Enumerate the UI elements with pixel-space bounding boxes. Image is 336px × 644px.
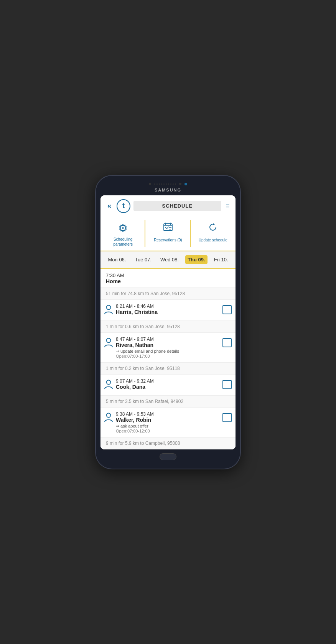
checkbox-3[interactable] xyxy=(222,380,232,389)
svg-point-10 xyxy=(107,413,111,417)
phone-device: SAMSUNG « t SCHEDULE ≡ ⚙ Schedulingparam… xyxy=(96,176,240,469)
appt-time-1: 8:21 AM - 8:46 AM xyxy=(116,304,219,309)
start-location: Home xyxy=(106,278,230,284)
svg-marker-6 xyxy=(213,223,215,225)
date-fri[interactable]: Fri 10. xyxy=(212,255,231,264)
app-header: « t SCHEDULE ≡ xyxy=(100,195,236,217)
appt-details-3: 9:07 AM - 9:32 AM Cook, Dana xyxy=(116,378,219,390)
camera-dot xyxy=(149,183,151,185)
date-tue[interactable]: Tue 07. xyxy=(132,255,154,264)
appt-open-2: Open:07:00-17:00 xyxy=(116,354,219,358)
appt-name-2: Rivera, Nathan xyxy=(116,342,219,348)
travel-text-3: 1 min for 0.2 km to San Jose, 95118 xyxy=(106,366,180,371)
date-selector: Mon 06. Tue 07. Wed 08. Thu 09. Fri 10. xyxy=(100,251,236,269)
date-thu[interactable]: Thu 09. xyxy=(185,255,208,264)
appointment-1[interactable]: 8:21 AM - 8:46 AM Harris, Christina xyxy=(100,300,236,321)
schedule-title[interactable]: SCHEDULE xyxy=(133,201,221,211)
home-button[interactable] xyxy=(160,453,176,460)
date-mon[interactable]: Mon 06. xyxy=(105,255,128,264)
scheduling-icon: ⚙ xyxy=(118,222,128,234)
appt-note-4: ⇒ ask about offer xyxy=(116,424,219,429)
appointment-2[interactable]: 8:47 AM - 9:07 AM Rivera, Nathan ⇒ updat… xyxy=(100,333,236,363)
nav-tabs: ⚙ Schedulingparameters Reservations (0) xyxy=(100,217,236,251)
travel-row-2: 1 min for 0.6 km to San Jose, 95128 xyxy=(100,321,236,333)
svg-point-7 xyxy=(107,305,111,309)
tab-scheduling[interactable]: ⚙ Schedulingparameters xyxy=(100,217,145,251)
travel-row-1: 51 min for 74.8 km to San Jose, 95128 xyxy=(100,288,236,300)
reservations-label: Reservations (0) xyxy=(154,238,182,243)
speaker-grille xyxy=(154,183,176,185)
appt-time-2: 8:47 AM - 9:07 AM xyxy=(116,337,219,342)
appointment-4[interactable]: 9:38 AM - 9:53 AM Walker, Robin ⇒ ask ab… xyxy=(100,408,236,438)
travel-row-4: 5 min for 3.5 km to San Rafael, 94902 xyxy=(100,396,236,408)
schedule-list: 7:30 AM Home 51 min for 74.8 km to San J… xyxy=(100,269,236,449)
date-row: Mon 06. Tue 07. Wed 08. Thu 09. Fri 10. xyxy=(104,255,232,264)
appt-time-3: 9:07 AM - 9:32 AM xyxy=(116,378,219,384)
person-icon-2 xyxy=(104,337,113,350)
brand-label: SAMSUNG xyxy=(100,188,236,192)
back-button[interactable]: « xyxy=(105,201,114,211)
appt-details-1: 8:21 AM - 8:46 AM Harris, Christina xyxy=(116,304,219,315)
svg-point-8 xyxy=(107,338,111,342)
camera2-dot xyxy=(184,183,187,185)
sensor-dot xyxy=(179,183,181,185)
start-block: 7:30 AM Home xyxy=(100,269,236,288)
tab-update[interactable]: Update schedule xyxy=(191,217,236,251)
appt-name-1: Harris, Christina xyxy=(116,309,219,315)
reservations-icon xyxy=(163,222,173,235)
travel-row-3: 1 min for 0.2 km to San Jose, 95118 xyxy=(100,363,236,375)
appointment-3[interactable]: 9:07 AM - 9:32 AM Cook, Dana xyxy=(100,375,236,396)
svg-point-9 xyxy=(107,380,111,384)
update-label: Update schedule xyxy=(199,238,227,243)
tab-reservations[interactable]: Reservations (0) xyxy=(145,217,190,251)
travel-row-5: 9 min for 5.9 km to Campbell, 95008 xyxy=(100,438,236,449)
travel-text-2: 1 min for 0.6 km to San Jose, 95128 xyxy=(106,324,180,329)
appt-details-4: 9:38 AM - 9:53 AM Walker, Robin ⇒ ask ab… xyxy=(116,411,219,433)
appt-open-4: Open:07:00-12:00 xyxy=(116,429,219,433)
person-icon-3 xyxy=(104,379,113,391)
person-icon-1 xyxy=(104,304,113,317)
menu-icon[interactable]: ≡ xyxy=(224,201,231,211)
app-logo[interactable]: t xyxy=(117,199,130,213)
appt-note-2: ⇒ update email and phone details xyxy=(116,349,219,354)
phone-bottom xyxy=(100,453,236,460)
update-icon xyxy=(208,222,218,235)
appt-name-3: Cook, Dana xyxy=(116,384,219,390)
appt-time-4: 9:38 AM - 9:53 AM xyxy=(116,411,219,417)
scheduling-label: Schedulingparameters xyxy=(113,237,133,247)
checkbox-4[interactable] xyxy=(222,413,232,422)
date-wed[interactable]: Wed 08. xyxy=(158,255,181,264)
appt-name-4: Walker, Robin xyxy=(116,417,219,423)
travel-text-1: 51 min for 74.8 km to San Jose, 95128 xyxy=(106,291,185,296)
person-icon-4 xyxy=(104,412,113,424)
phone-top-bar xyxy=(100,183,236,185)
travel-text-5: 9 min for 5.9 km to Campbell, 95008 xyxy=(106,441,180,446)
checkbox-1[interactable] xyxy=(222,305,232,314)
checkbox-2[interactable] xyxy=(222,338,232,347)
screen: « t SCHEDULE ≡ ⚙ Schedulingparameters xyxy=(100,195,236,449)
travel-text-4: 5 min for 3.5 km to San Rafael, 94902 xyxy=(106,399,183,404)
start-time: 7:30 AM xyxy=(106,272,230,278)
appt-details-2: 8:47 AM - 9:07 AM Rivera, Nathan ⇒ updat… xyxy=(116,337,219,358)
